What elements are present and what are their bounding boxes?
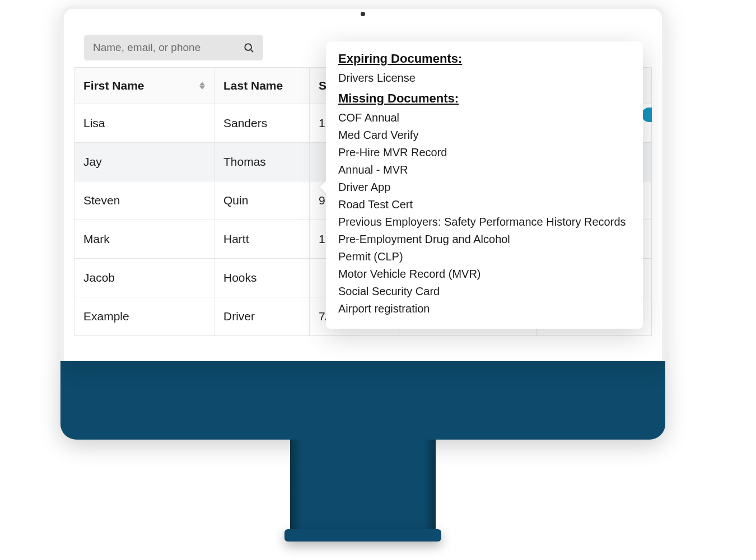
column-header-first-name[interactable]: First Name	[74, 68, 214, 104]
expiring-documents-list: Drivers License	[338, 69, 631, 87]
table-cell: Driver	[214, 297, 310, 336]
missing-documents-list: COF AnnualMed Card VerifyPre-Hire MVR Re…	[338, 109, 631, 318]
missing-document-item: Pre-Employment Drug and Alcohol	[338, 231, 631, 248]
search-box[interactable]	[84, 35, 263, 60]
svg-line-1	[251, 50, 253, 52]
table-cell: Lisa	[74, 104, 214, 143]
table-cell: Jacob	[74, 259, 214, 297]
missing-document-item: Previous Employers: Safety Performance H…	[338, 213, 631, 231]
table-cell: Mark	[74, 220, 214, 259]
monitor-chin	[60, 361, 665, 440]
screen-content: First Name Last Name S	[74, 25, 652, 361]
missing-document-item: Road Test Cert	[338, 196, 631, 213]
table-cell: Thomas	[214, 143, 310, 181]
table-cell: Sanders	[214, 104, 310, 143]
monitor-base	[284, 529, 441, 542]
expiring-documents-heading: Expiring Documents:	[338, 52, 631, 66]
sort-icon[interactable]	[199, 82, 205, 90]
column-label: First Name	[83, 79, 144, 92]
table-cell: Jay	[74, 143, 214, 181]
popover-arrow-icon	[320, 180, 326, 194]
missing-document-item: Permit (CLP)	[338, 248, 631, 265]
table-cell: Quin	[214, 181, 310, 220]
missing-document-item: Med Card Verify	[338, 127, 631, 144]
missing-document-item: Annual - MVR	[338, 161, 631, 179]
search-icon[interactable]	[243, 42, 254, 53]
column-header-last-name[interactable]: Last Name	[214, 68, 310, 104]
monitor-bezel: First Name Last Name S	[60, 6, 665, 361]
column-label: S	[319, 79, 326, 92]
missing-documents-heading: Missing Documents:	[338, 91, 631, 106]
expiring-document-item: Drivers License	[338, 69, 631, 87]
missing-document-item: Pre-Hire MVR Record	[338, 144, 631, 161]
missing-document-item: COF Annual	[338, 109, 631, 127]
table-cell: Hartt	[214, 220, 310, 259]
missing-document-item: Driver App	[338, 179, 631, 196]
camera-dot-icon	[361, 12, 365, 16]
table-cell: Example	[74, 297, 214, 336]
missing-document-item: Social Security Card	[338, 283, 631, 300]
search-input[interactable]	[93, 41, 239, 54]
monitor-neck	[290, 440, 436, 529]
monitor-frame: First Name Last Name S	[60, 6, 665, 542]
missing-document-item: Airport registration	[338, 300, 631, 318]
column-label: Last Name	[223, 79, 283, 92]
table-cell: Hooks	[214, 259, 310, 297]
documents-popover: Expiring Documents: Drivers License Miss…	[326, 41, 643, 329]
missing-document-item: Motor Vehicle Record (MVR)	[338, 265, 631, 283]
table-cell: Steven	[74, 181, 214, 220]
